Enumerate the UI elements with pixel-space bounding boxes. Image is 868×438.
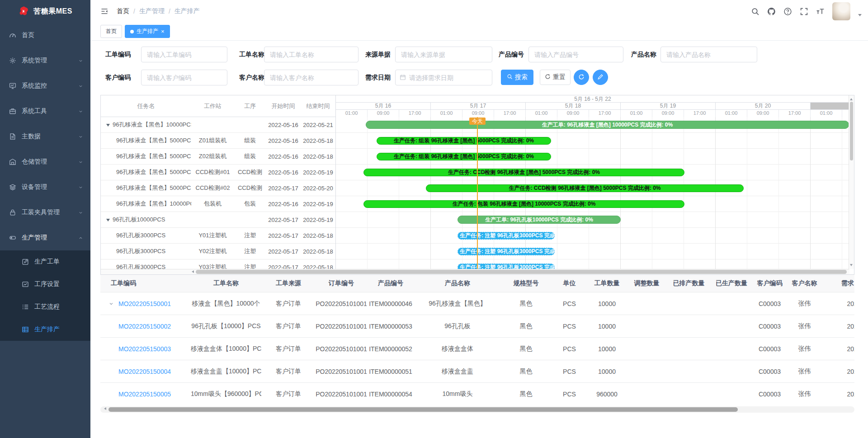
gantt-bar-task[interactable]: 生产任务: CCD检测 96孔移液盒 [黑色] 5000PCS 完成比例: 0%: [426, 184, 744, 192]
gantt-task-station: CCD检测#01: [191, 168, 234, 176]
gantt-canvas: 生产工单: 96孔移液盒 [黑色] 10000PCS 完成比例: 0%生产任务:…: [335, 117, 849, 269]
calendar-icon: [400, 74, 406, 80]
sidebar: 苦糖果MES 首页系统管理系统监控系统工具主数据仓储管理设备管理工装夹具管理生产…: [0, 0, 90, 438]
scroll-down-icon[interactable]: [850, 264, 853, 268]
filter-label-1: 工单名称: [239, 47, 264, 62]
table-cell-unit: PCS: [551, 323, 588, 330]
gantt-task-start: 2022-05-17: [266, 248, 301, 255]
table-header-row: 工单编码工单名称工单来源订单编号产品编号产品名称规格型号单位工单数量调整数量已排…: [100, 275, 854, 292]
table-hscroll-thumb[interactable]: [108, 407, 738, 412]
gantt-bar-selected[interactable]: 生产任务: 注塑 96孔孔板3000PCS 完成比例: 0%: [458, 264, 555, 269]
workorder-code-link[interactable]: MO202205150005: [118, 391, 171, 398]
sidebar-subitem-3[interactable]: 生产排产: [0, 318, 90, 341]
workorder-code-link[interactable]: MO202205150003: [118, 345, 171, 353]
sidebar-item-1[interactable]: 系统管理: [0, 48, 90, 73]
gantt-task-name-text: 96孔孔板3000PCS: [116, 263, 165, 269]
table-row[interactable]: MO202205150004移液盒盒盖【10000】PCS客户订单PO20220…: [100, 360, 854, 383]
caret-down-icon[interactable]: [106, 219, 110, 223]
sidebar-item-5[interactable]: 仓储管理: [0, 149, 90, 174]
fullscreen-icon[interactable]: [800, 7, 808, 16]
filter-input-6[interactable]: [264, 70, 359, 85]
help-icon[interactable]: [783, 7, 792, 16]
user-caret-icon[interactable]: [858, 14, 862, 18]
refresh-gantt-button[interactable]: [574, 70, 589, 85]
edit-schedule-button[interactable]: [593, 70, 608, 85]
gantt-task-name-text: 96孔移液盒【黑色】5000PCS: [116, 152, 191, 160]
tab-0[interactable]: 首页: [100, 25, 122, 38]
gantt-horizontal-scrollbar[interactable]: [101, 269, 849, 274]
gantt-hscroll-thumb[interactable]: [196, 270, 847, 274]
workorder-code-link[interactable]: MO202205150002: [118, 323, 171, 330]
table-cell-customer_code: C00003: [753, 345, 787, 353]
gantt-bar-workorder[interactable]: 生产工单: 96孔移液盒 [黑色] 10000PCS 完成比例: 0%: [366, 121, 849, 129]
sidebar-collapse-button[interactable]: [100, 7, 108, 15]
sidebar-subitem-0[interactable]: 生产工单: [0, 250, 90, 273]
app-logo[interactable]: 苦糖果MES: [0, 0, 90, 23]
gantt-task-station: Z02组装机: [191, 152, 234, 160]
table-cell-source: 客户订单: [261, 367, 316, 376]
filter-input-2[interactable]: [395, 47, 492, 62]
table-row[interactable]: MO20220515000296孔孔板【10000】PCS客户订单PO20220…: [100, 315, 854, 338]
table-cell-demand_date: 2022: [822, 345, 854, 353]
filter-input-3[interactable]: [528, 47, 623, 62]
caret-down-icon[interactable]: [106, 124, 110, 128]
gantt-task-name-text: 96孔移液盒【黑色】10000PCS: [116, 200, 191, 208]
filter-input-1[interactable]: [264, 47, 359, 62]
tab-label: 生产排产: [137, 28, 158, 35]
gantt-hour-cell: 09:00: [652, 110, 684, 117]
scroll-up-icon[interactable]: [850, 97, 853, 100]
chart-board-icon: [22, 281, 29, 288]
scroll-left-icon[interactable]: [103, 407, 106, 410]
search-button[interactable]: 搜索: [501, 70, 533, 85]
gantt-bar-selected[interactable]: 生产任务: 注塑 96孔孔板3000PCS 完成比例: 0%: [458, 232, 555, 240]
search-icon[interactable]: [751, 7, 760, 16]
sidebar-subitem-2[interactable]: 工艺流程: [0, 296, 90, 318]
table-row[interactable]: MO202205150001移液盒【黑色】10000个客户订单PO2022051…: [100, 292, 854, 315]
workorder-code-link[interactable]: MO202205150004: [118, 368, 171, 375]
table-column-header: 规格型号: [501, 279, 551, 287]
workorder-code-link[interactable]: MO202205150001: [118, 300, 171, 307]
sidebar-item-2[interactable]: 系统监控: [0, 73, 90, 99]
sidebar-item-label: 首页: [22, 31, 34, 39]
table-horizontal-scrollbar[interactable]: [100, 406, 854, 413]
table-grid-icon: [22, 326, 29, 333]
scroll-left-icon[interactable]: [190, 270, 194, 273]
filter-label-4: 产品名称: [631, 47, 656, 62]
gantt-bar-task[interactable]: 生产任务: CCD检测 96孔移液盒 [黑色] 5000PCS 完成比例: 0%: [363, 169, 684, 176]
sidebar-subitem-1[interactable]: 工序设置: [0, 273, 90, 296]
demand-date-input[interactable]: [395, 70, 492, 85]
gantt-vertical-scrollbar[interactable]: [849, 95, 854, 269]
gantt-vscroll-thumb[interactable]: [850, 102, 853, 160]
gantt-bar-task[interactable]: 生产任务: 组装 96孔移液盒 [黑色] 5000PCS 完成比例: 0%: [377, 137, 551, 145]
sidebar-item-7[interactable]: 工装夹具管理: [0, 200, 90, 225]
table-row[interactable]: MO20220515000510mm吸头【960000】PCS客户订单PO202…: [100, 383, 854, 403]
github-icon[interactable]: [767, 7, 776, 16]
reset-button[interactable]: 重置: [540, 70, 571, 85]
table-row[interactable]: MO202205150003移液盒盒体【10000】PCS客户订单PO20220…: [100, 338, 854, 360]
table-cell-name: 10mm吸头【960000】PCS: [191, 390, 261, 398]
avatar[interactable]: [832, 2, 850, 20]
breadcrumb-item-0[interactable]: 首页: [117, 7, 129, 15]
gantt-range-label: 5月 16 - 5月 22: [336, 95, 849, 103]
gantt-bar-task[interactable]: 生产任务: 组装 96孔移液盒 [黑色] 5000PCS 完成比例: 0%: [377, 153, 551, 160]
gantt-bar-workorder[interactable]: 生产工单: 96孔孔板10000PCS 完成比例: 0%: [458, 216, 621, 224]
sidebar-item-8[interactable]: 生产管理: [0, 225, 90, 250]
filter-input-5[interactable]: [141, 70, 227, 85]
sidebar-item-label: 工装夹具管理: [22, 208, 60, 217]
font-size-icon[interactable]: [816, 7, 825, 16]
gantt-bar-task[interactable]: 生产任务: 包装 96孔移液盒 [黑色] 10000PCS 完成比例: 0%: [363, 200, 684, 208]
table-cell-name: 移液盒盒盖【10000】PCS: [191, 367, 261, 376]
expand-caret-icon[interactable]: [108, 301, 118, 306]
table-cell-item_no: ITEM00000054: [367, 391, 414, 398]
tab-close-icon[interactable]: ×: [161, 28, 165, 34]
tab-active-1[interactable]: 生产排产×: [125, 25, 170, 38]
sidebar-item-4[interactable]: 主数据: [0, 124, 90, 149]
gantt-task-end: 2022-05-18: [301, 232, 335, 239]
table-cell-code: MO202205150001: [100, 300, 191, 307]
sidebar-item-3[interactable]: 系统工具: [0, 99, 90, 124]
filter-input-4[interactable]: [660, 47, 757, 62]
gantt-bar-selected[interactable]: 生产任务: 注塑 96孔孔板3000PCS 完成比例: 0%: [458, 248, 555, 255]
sidebar-item-6[interactable]: 设备管理: [0, 174, 90, 200]
filter-input-0[interactable]: [141, 47, 227, 62]
sidebar-item-0[interactable]: 首页: [0, 23, 90, 48]
